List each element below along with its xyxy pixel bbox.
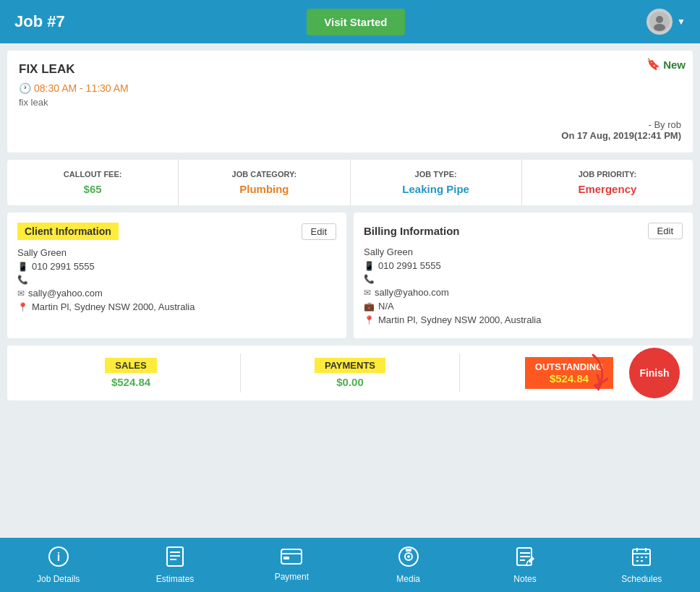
job-category-item: JOB CATEGORY: Plumbing bbox=[179, 160, 350, 205]
new-badge: 🔖 New bbox=[646, 58, 686, 71]
callout-fee-value: $65 bbox=[14, 183, 171, 195]
email-icon: ✉ bbox=[17, 288, 25, 299]
nav-label-payment: Payment bbox=[275, 572, 309, 582]
client-info-label: Client Information bbox=[17, 223, 119, 240]
payments-item: PAYMENTS $0.00 bbox=[241, 353, 460, 392]
svg-line-21 bbox=[526, 561, 528, 565]
billing-location-icon: 📍 bbox=[364, 315, 375, 325]
info-row: Client Information Edit Sally Green 📱 01… bbox=[7, 213, 693, 338]
nav-item-payment[interactable]: Payment bbox=[234, 549, 350, 582]
sales-value: $524.84 bbox=[29, 376, 233, 388]
outstanding-box: OUTSTANDING $524.84 bbox=[525, 357, 613, 389]
client-info-header: Client Information Edit bbox=[17, 223, 336, 240]
client-info-card: Client Information Edit Sally Green 📱 01… bbox=[7, 213, 346, 338]
nav-label-estimates: Estimates bbox=[156, 574, 195, 584]
billing-info-card: Billing Information Edit Sally Green 📱 0… bbox=[354, 213, 693, 338]
job-by-date: On 17 Aug, 2019(12:41 PM) bbox=[19, 130, 681, 141]
client-address: 📍 Martin Pl, Sydney NSW 2000, Australia bbox=[17, 301, 336, 312]
job-by: - By rob bbox=[19, 119, 681, 130]
svg-point-2 bbox=[654, 24, 665, 31]
billing-name: Sally Green bbox=[364, 246, 683, 257]
client-edit-button[interactable]: Edit bbox=[302, 223, 336, 240]
avatar bbox=[646, 9, 673, 35]
job-type-value: Leaking Pipe bbox=[358, 183, 514, 195]
client-name: Sally Green bbox=[17, 247, 336, 258]
media-icon bbox=[398, 546, 419, 571]
billing-address: 📍 Martin Pl, Sydney NSW 2000, Australia bbox=[364, 314, 683, 325]
nav-label-schedules: Schedules bbox=[621, 574, 662, 584]
job-priority-item: JOB PRIORITY: Emergency bbox=[522, 160, 693, 205]
svg-rect-16 bbox=[406, 549, 411, 552]
avatar-dropdown-icon[interactable]: ▼ bbox=[677, 17, 686, 27]
client-mobile: 📱 010 2991 5555 bbox=[17, 261, 336, 272]
schedules-icon bbox=[631, 546, 652, 571]
job-description: fix leak bbox=[19, 97, 681, 108]
nav-item-media[interactable]: Media bbox=[350, 546, 466, 584]
billing-mobile-icon: 📱 bbox=[364, 261, 375, 271]
bottom-nav: i Job Details Estimates Payment bbox=[0, 538, 700, 592]
job-type-label: JOB TYPE: bbox=[358, 170, 514, 179]
financial-bar: SALES $524.84 PAYMENTS $0.00 OUTSTANDING… bbox=[7, 346, 693, 400]
job-title: FIX LEAK bbox=[19, 62, 74, 76]
job-priority-value: Emergency bbox=[529, 183, 686, 195]
estimates-icon bbox=[166, 546, 184, 571]
notes-icon bbox=[515, 546, 535, 571]
billing-mobile: 📱 010 2991 5555 bbox=[364, 260, 683, 271]
nav-item-job-details[interactable]: i Job Details bbox=[0, 546, 116, 584]
header: Job #7 Visit Started ▼ bbox=[0, 0, 700, 43]
job-card: FIX LEAK 🔖 New 🕐 08:30 AM - 11:30 AM fix… bbox=[7, 51, 693, 153]
info-circle-icon: i bbox=[48, 546, 69, 571]
billing-phone-icon: 📞 bbox=[364, 274, 375, 284]
main-content: FIX LEAK 🔖 New 🕐 08:30 AM - 11:30 AM fix… bbox=[0, 43, 700, 538]
outstanding-label: OUTSTANDING bbox=[535, 361, 603, 372]
visit-started-button[interactable]: Visit Started bbox=[307, 9, 404, 35]
nav-item-schedules[interactable]: Schedules bbox=[584, 546, 700, 584]
nav-label-notes: Notes bbox=[513, 574, 536, 584]
header-right: ▼ bbox=[646, 9, 686, 35]
billing-company-icon: 💼 bbox=[364, 301, 375, 312]
callout-fee-label: CALLOUT FEE: bbox=[14, 170, 171, 179]
nav-item-estimates[interactable]: Estimates bbox=[116, 546, 233, 584]
job-type-item: JOB TYPE: Leaking Pipe bbox=[351, 160, 522, 205]
page-title: Job #7 bbox=[14, 12, 65, 31]
payments-label: PAYMENTS bbox=[315, 358, 385, 373]
payments-value: $0.00 bbox=[248, 376, 452, 388]
svg-point-15 bbox=[407, 555, 410, 558]
billing-email-icon: ✉ bbox=[364, 288, 371, 298]
location-icon: 📍 bbox=[17, 302, 28, 312]
client-email: ✉ sally@yahoo.com bbox=[17, 288, 336, 299]
job-category-label: JOB CATEGORY: bbox=[186, 170, 342, 179]
nav-label-media: Media bbox=[396, 574, 420, 584]
sales-label: SALES bbox=[105, 358, 156, 373]
mobile-icon: 📱 bbox=[17, 262, 28, 272]
svg-point-1 bbox=[656, 16, 663, 23]
phone-icon: 📞 bbox=[17, 275, 28, 285]
billing-phone: 📞 bbox=[364, 274, 683, 284]
billing-info-label: Billing Information bbox=[364, 225, 460, 237]
billing-info-header: Billing Information Edit bbox=[364, 223, 683, 239]
nav-item-notes[interactable]: Notes bbox=[466, 546, 583, 584]
payment-icon bbox=[281, 549, 302, 569]
billing-email: ✉ sally@yahoo.com bbox=[364, 287, 683, 298]
finish-button[interactable]: Finish bbox=[629, 348, 680, 398]
nav-label-job-details: Job Details bbox=[37, 574, 80, 584]
svg-text:i: i bbox=[56, 551, 59, 563]
stats-bar: CALLOUT FEE: $65 JOB CATEGORY: Plumbing … bbox=[7, 160, 693, 205]
bookmark-icon: 🔖 bbox=[646, 58, 660, 71]
svg-rect-12 bbox=[283, 557, 289, 559]
job-priority-label: JOB PRIORITY: bbox=[529, 170, 686, 179]
outstanding-value: $524.84 bbox=[535, 372, 603, 385]
job-category-value: Plumbing bbox=[186, 183, 342, 195]
client-phone: 📞 bbox=[17, 275, 336, 285]
clock-icon: 🕐 bbox=[19, 82, 31, 94]
job-time: 🕐 08:30 AM - 11:30 AM bbox=[19, 82, 681, 94]
callout-fee-item: CALLOUT FEE: $65 bbox=[7, 160, 179, 205]
billing-company: 💼 N/A bbox=[364, 301, 683, 312]
sales-item: SALES $524.84 bbox=[22, 353, 241, 392]
billing-edit-button[interactable]: Edit bbox=[648, 223, 683, 239]
